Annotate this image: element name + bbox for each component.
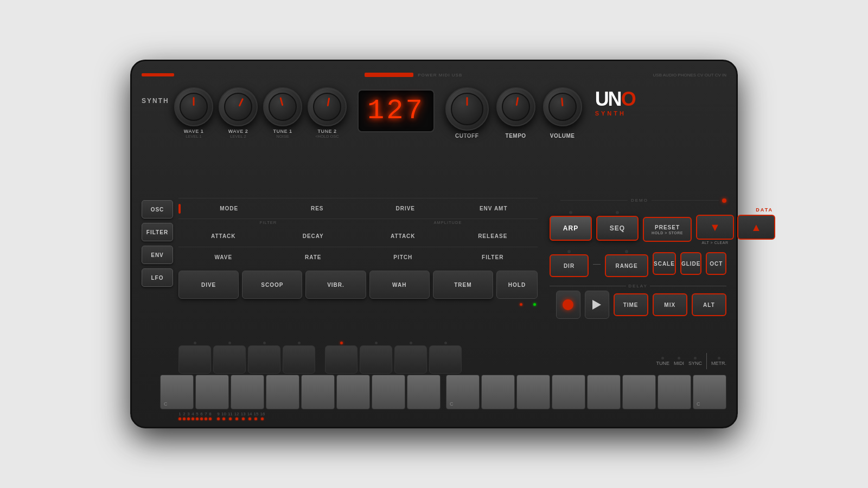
filter-section-label: FILTER	[260, 220, 277, 225]
pads-group-separator	[442, 375, 444, 409]
knob-cutoff[interactable]	[445, 87, 489, 131]
lower-pad-11[interactable]	[516, 375, 550, 409]
record-led	[520, 303, 522, 306]
upper-pad-4[interactable]	[283, 345, 315, 374]
step-11-num: 11	[228, 412, 233, 416]
play-icon	[592, 300, 601, 310]
right-knobs-area: UN O SYNTH CUTOFF TEMPO VOLUME	[445, 84, 726, 139]
lower-pad-4[interactable]	[266, 375, 299, 409]
lower-pad-15[interactable]	[658, 375, 691, 409]
lower-pads-area: C C	[142, 375, 726, 409]
scoop-button[interactable]: SCOOP	[242, 271, 302, 299]
lower-pad-1[interactable]: C	[160, 375, 194, 409]
trem-button[interactable]: TREM	[433, 271, 493, 299]
upper-pad-2[interactable]	[213, 345, 246, 374]
step-10-num: 10	[221, 412, 226, 416]
lower-pad-7[interactable]	[372, 375, 405, 409]
arp-indicator	[569, 211, 572, 214]
lfo-button[interactable]: LFO	[142, 268, 173, 287]
step-8-num: 8	[209, 412, 211, 416]
tune-led	[661, 357, 664, 359]
knob-tempo[interactable]	[496, 87, 535, 126]
record-button[interactable]	[556, 291, 580, 319]
upper-pad-8[interactable]	[429, 345, 462, 374]
dive-button[interactable]: DIVE	[178, 271, 239, 299]
upper-pad-6[interactable]	[360, 345, 392, 374]
filter-attack-label: ATTACK	[178, 233, 269, 239]
lower-pad-2[interactable]	[195, 375, 229, 409]
synth-label: SYNTH	[142, 93, 174, 105]
filter-mode-label: MODE	[185, 206, 273, 211]
upper-pad-5[interactable]	[325, 345, 358, 374]
step-8-led	[209, 418, 212, 420]
step-4-led	[192, 418, 194, 420]
time-button[interactable]: TIME	[614, 293, 648, 316]
lower-pad-5[interactable]	[301, 375, 335, 409]
upper-pads-group2	[248, 342, 315, 374]
data-section: DATA ▼ ALT > CLEAR ▲	[696, 207, 775, 245]
step-13-col: 13	[241, 412, 246, 420]
upper-pad-led-5	[340, 342, 343, 344]
lower-pad-3[interactable]	[231, 375, 264, 409]
step-9-num: 9	[217, 412, 219, 416]
filter-params: MODE RES DRIVE ENV AMT	[185, 206, 538, 211]
tune-section: TUNE	[656, 357, 669, 366]
step-16-num: 16	[260, 412, 265, 416]
step-group-2: 9 10 11 12	[217, 412, 265, 420]
arp-button[interactable]: ARP	[550, 216, 592, 241]
upper-pad-led-3	[263, 342, 266, 344]
step-13-led	[242, 418, 245, 420]
scale-button[interactable]: SCALE	[653, 252, 676, 275]
step-7-led	[205, 418, 207, 420]
data-up-button[interactable]: ▲	[737, 215, 775, 240]
lower-pad-10[interactable]	[481, 375, 515, 409]
upper-pad-7[interactable]	[394, 345, 427, 374]
midi-label: MIDI	[674, 361, 684, 366]
left-knobs-row	[174, 84, 347, 126]
dir-section: DIR	[550, 250, 589, 277]
tune-label: TUNE	[656, 361, 669, 366]
dir-button[interactable]: DIR	[550, 254, 589, 277]
env-params: ATTACK DECAY ATTACK RELEASE	[178, 233, 538, 239]
vibr-button[interactable]: VIBR.	[305, 271, 366, 299]
hold-button[interactable]: HOLD	[496, 271, 538, 299]
lower-pad-9[interactable]: C	[446, 375, 480, 409]
step-1-col: 1	[178, 412, 181, 420]
knob-wave1[interactable]	[174, 87, 213, 126]
oct-button[interactable]: OCT	[706, 252, 726, 275]
wah-button[interactable]: WAH	[369, 271, 430, 299]
knob-wave2[interactable]	[219, 87, 258, 126]
step-1-led	[178, 418, 181, 420]
data-down-button[interactable]: ▼	[696, 215, 734, 240]
filter-res-label: RES	[273, 206, 362, 211]
lfo-rate-label: RATE	[269, 254, 359, 260]
filter-button[interactable]: FILTER	[142, 223, 173, 241]
play-button[interactable]	[585, 291, 609, 319]
lower-pad-14[interactable]	[622, 375, 656, 409]
seq-button[interactable]: SEQ	[596, 216, 639, 241]
lower-pad-12[interactable]	[552, 375, 585, 409]
lower-pad-8[interactable]	[407, 375, 441, 409]
mix-button[interactable]: MIX	[653, 293, 687, 316]
lower-pad-16[interactable]: C	[693, 375, 726, 409]
knob-tune1[interactable]	[263, 87, 302, 126]
knob-volume[interactable]	[543, 87, 582, 126]
amplitude-section-label: AMPLITUDE	[434, 220, 462, 225]
step-16-led	[261, 418, 264, 420]
env-button[interactable]: ENV	[142, 246, 173, 264]
knob-tune2[interactable]	[308, 87, 347, 126]
middle-section: OSC FILTER ENV LFO MODE RES DRIVE ENV AM…	[142, 198, 726, 339]
delay-label: DELAY	[628, 284, 648, 288]
range-button[interactable]: RANGE	[605, 254, 648, 277]
alt-button[interactable]: ALT	[692, 293, 726, 316]
glide-button[interactable]: GLIDE	[680, 252, 702, 275]
lfo-wave-label: WAVE	[178, 254, 269, 260]
preset-button[interactable]: PRESET HOLD > STORE	[643, 217, 692, 242]
lower-pad-13[interactable]	[587, 375, 621, 409]
upper-pad-1[interactable]	[178, 345, 211, 374]
osc-button[interactable]: OSC	[142, 200, 173, 219]
upper-pad-3[interactable]	[248, 345, 280, 374]
upper-pad-led-1	[194, 342, 196, 344]
env-params-section: FILTER AMPLITUDE ATTACK DECAY ATTACK REL…	[178, 219, 538, 247]
lower-pad-6[interactable]	[336, 375, 370, 409]
